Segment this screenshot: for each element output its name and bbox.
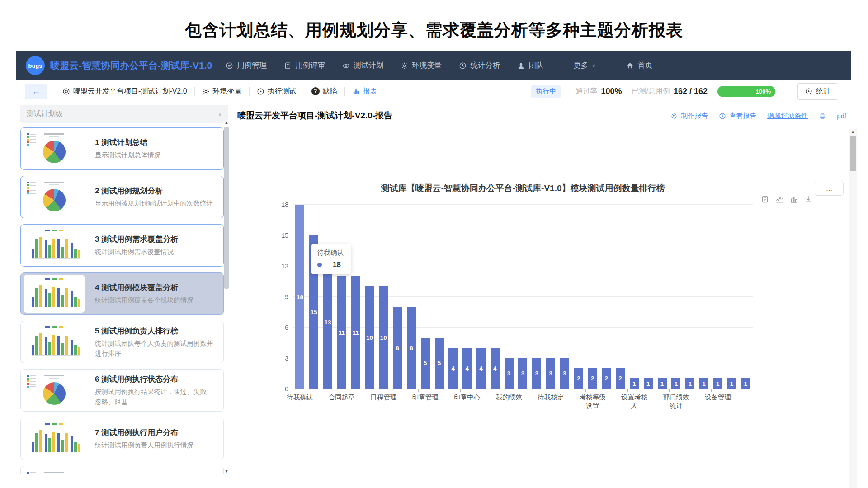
bar-slot: 18 [293, 205, 307, 389]
run-test-button[interactable]: 执行测试 [257, 87, 297, 96]
bar[interactable]: 1 [741, 378, 750, 389]
data-view-icon[interactable] [761, 195, 769, 203]
env-variable-button[interactable]: 环境变量 [202, 87, 242, 96]
bar[interactable]: 1 [658, 378, 667, 389]
bar-thumbnail [25, 422, 83, 456]
page-scrollbar[interactable]: ▲ [849, 129, 857, 488]
scrollbar-thumb[interactable] [224, 127, 229, 289]
report-card-8[interactable]: 8 缺陷回归分布 [20, 466, 224, 474]
x-axis-label: 印章管理 [412, 393, 439, 402]
bar[interactable]: 1 [727, 378, 736, 389]
view-report-link[interactable]: 查看报告 [719, 112, 756, 120]
download-icon[interactable] [804, 195, 812, 203]
report-card-7[interactable]: 7 测试用例执行用户分布 统计测试用例负责人用例执行情况 [20, 418, 224, 460]
back-button[interactable]: ← [25, 84, 47, 99]
case-manage-icon [226, 62, 233, 70]
bar-value-label: 5 [424, 360, 427, 366]
bar-value-label: 3 [563, 370, 566, 377]
project-selector[interactable]: 唛盟云开发平台项目-测试计划-V2.0 [62, 87, 187, 96]
bar[interactable]: 2 [602, 368, 611, 389]
bar[interactable]: 1 [699, 378, 708, 389]
project-label: 唛盟云开发平台项目-测试计划-V2.0 [73, 87, 187, 96]
bar[interactable]: 4 [491, 348, 500, 389]
nav-item-test-plan[interactable]: 测试计划 [342, 61, 383, 70]
plan-level-select[interactable]: 测试计划级 ∨ [20, 105, 228, 123]
bar[interactable]: 3 [505, 358, 514, 389]
report-card-4-selected[interactable]: 4 测试用例模块覆盖分析 统计测试用例覆盖各个模块的情况 [20, 272, 224, 315]
report-card-5[interactable]: 5 测试用例负责人排行榜 统计测试团队每个人负责的测试用例数并进行排序 [20, 321, 224, 363]
scroll-up-icon[interactable]: ▲ [849, 130, 857, 134]
bar-value-label: 4 [493, 365, 497, 371]
report-card-3[interactable]: 3 测试用例需求覆盖分析 统计测试用例需求覆盖情况 [20, 224, 224, 267]
bar[interactable]: 13 [323, 256, 332, 389]
line-chart-icon[interactable] [775, 195, 783, 203]
scroll-up-icon[interactable]: ▲ [223, 120, 230, 125]
report-tab[interactable]: 报表 [352, 87, 377, 96]
bar-slot: 8 [405, 205, 419, 389]
report-card-6[interactable]: 6 测试用例执行状态分布 按测试用例执行结果统计，通过、失败、忽略、阻塞 [20, 369, 224, 412]
print-button[interactable] [819, 113, 826, 120]
bar[interactable]: 2 [588, 368, 597, 389]
bar[interactable]: 4 [462, 348, 472, 389]
bar[interactable]: 2 [574, 368, 583, 389]
sidebar-scrollbar[interactable]: ▲ ▼ [223, 120, 230, 474]
bar[interactable]: 5 [421, 338, 430, 389]
more-options-button[interactable]: ... [815, 181, 844, 196]
bar[interactable]: 2 [616, 368, 625, 389]
nav-item-env-variable[interactable]: 环境变量 [401, 61, 442, 70]
bar[interactable]: 4 [476, 348, 486, 389]
bar[interactable]: 8 [393, 307, 402, 389]
report-card-2[interactable]: 2 测试用例规划分析 显示用例被规划到测试计划中的次数统计 [20, 176, 224, 218]
nav-item-team[interactable]: 团队 [517, 61, 543, 70]
bar-value-label: 3 [549, 370, 552, 377]
bar-value-label: 2 [591, 375, 594, 382]
x-axis-tick [418, 389, 419, 392]
divider [55, 87, 55, 96]
bar-value-label: 11 [353, 329, 359, 336]
bar-value-label: 3 [521, 370, 525, 377]
y-axis-tick-label: 3 [285, 355, 288, 362]
nav-item-case-manage[interactable]: 用例管理 [226, 61, 267, 70]
bar[interactable]: 18 [295, 205, 304, 389]
bar[interactable]: 3 [560, 358, 569, 389]
bar[interactable]: 10 [365, 286, 374, 389]
nav-item-stats-analysis[interactable]: 统计分析 [459, 61, 500, 70]
bar[interactable]: 11 [337, 276, 346, 389]
bar[interactable]: 3 [532, 358, 541, 389]
card-desc: 按测试用例执行结果统计，通过、失败、忽略、阻塞 [95, 387, 219, 407]
tested-value: 162 / 162 [674, 87, 708, 96]
bar[interactable]: 4 [448, 348, 458, 389]
bar-value-label: 3 [507, 370, 511, 377]
question-circle-icon: ? [311, 87, 320, 95]
nav-item-home[interactable]: 首页 [626, 61, 652, 70]
bar[interactable]: 1 [713, 378, 722, 389]
scroll-down-icon[interactable]: ▼ [223, 469, 230, 474]
bar[interactable]: 1 [644, 378, 653, 389]
env-variable-icon [401, 62, 408, 70]
bar[interactable]: 3 [546, 358, 555, 389]
progress-bar: 100% [717, 86, 775, 97]
defect-button[interactable]: ? 缺陷 [311, 87, 337, 96]
stats-button[interactable]: 统计 [797, 83, 838, 100]
bar-chart-icon[interactable] [790, 195, 798, 203]
x-axis-tick [753, 389, 753, 392]
make-report-link[interactable]: 制作报告 [670, 112, 708, 120]
bar[interactable]: 5 [435, 338, 444, 389]
x-axis-tick [335, 389, 335, 392]
report-card-1[interactable]: 1 测试计划总结 显示测试计划总体情况 [20, 127, 224, 170]
bar[interactable]: 3 [518, 358, 527, 389]
app-logo[interactable]: bugs [26, 56, 45, 75]
nav-label: 团队 [528, 61, 543, 70]
bar[interactable]: 1 [685, 378, 694, 389]
bar[interactable]: 1 [630, 378, 639, 389]
hide-filter-link[interactable]: 隐藏过滤条件 [767, 112, 808, 120]
nav-item-more[interactable]: 更多 ∨ [573, 61, 595, 70]
bar[interactable]: 11 [351, 276, 360, 389]
nav-item-case-review[interactable]: 用例评审 [284, 61, 325, 70]
scrollbar-thumb[interactable] [850, 136, 856, 171]
bar[interactable]: 1 [671, 378, 680, 389]
bar[interactable]: 10 [379, 286, 388, 389]
pdf-link[interactable]: pdf [837, 112, 846, 120]
bar[interactable]: 8 [407, 307, 416, 389]
play-circle-icon [257, 88, 264, 95]
